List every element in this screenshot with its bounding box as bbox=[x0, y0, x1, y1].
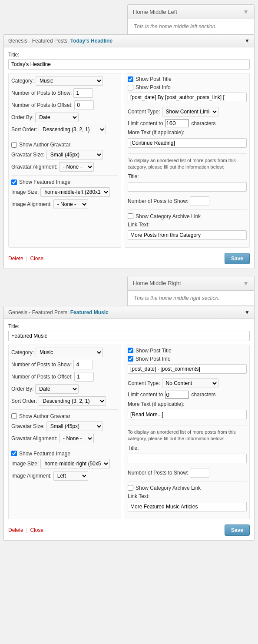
limit-input-right[interactable] bbox=[165, 391, 189, 399]
show-featured-label-left: Show Featured Image bbox=[19, 179, 70, 185]
unordered-num-posts-input-left[interactable] bbox=[190, 196, 209, 206]
image-size-row-right: Image Size: home-middle-right (50x50) bbox=[11, 459, 118, 468]
category-row-left: Category: Music bbox=[11, 76, 118, 86]
image-align-row-left: Image Alignment: - None - bbox=[11, 199, 118, 209]
chars-label-right: characters bbox=[191, 392, 215, 398]
show-cat-archive-check-left[interactable] bbox=[128, 213, 133, 219]
sort-order-row-left: Sort Order: Descending (3, 2, 1) bbox=[11, 125, 118, 134]
show-post-title-check-right[interactable] bbox=[128, 348, 133, 353]
sort-order-select-right[interactable]: Descending (3, 2, 1) bbox=[39, 396, 106, 406]
save-button-right[interactable]: Save bbox=[225, 524, 250, 536]
title-label-right: Title: bbox=[8, 323, 250, 329]
unordered-title-input-row-right bbox=[128, 454, 247, 465]
num-posts-input-right[interactable] bbox=[73, 360, 93, 369]
gravatar-align-select-right[interactable]: - None - bbox=[59, 434, 94, 443]
unordered-num-posts-label-right: Number of Posts to Show: bbox=[128, 470, 188, 476]
show-post-title-check-left[interactable] bbox=[128, 76, 133, 82]
content-type-select-left[interactable]: Show Content Limit bbox=[162, 107, 218, 116]
image-align-label-right: Image Alignment: bbox=[11, 473, 52, 479]
delete-link-right[interactable]: Delete bbox=[8, 527, 23, 533]
gravatar-align-row-right: Gravatar Alignment: - None - bbox=[11, 434, 118, 443]
unordered-title-input-row-left bbox=[128, 182, 247, 194]
show-post-title-label-left: Show Post Title bbox=[136, 76, 172, 82]
link-text-input-row-left bbox=[128, 230, 247, 242]
category-label-right: Category: bbox=[11, 349, 34, 355]
show-cat-archive-row-left: Show Category Archive Link bbox=[128, 213, 247, 219]
order-by-select-right[interactable]: Date bbox=[35, 384, 79, 394]
unordered-title-label-right: Title: bbox=[128, 445, 139, 451]
gravatar-size-select-left[interactable]: Small (45px) bbox=[46, 150, 103, 159]
left-col-right: Category: Music Number of Posts to Show:… bbox=[8, 345, 121, 519]
category-select-right[interactable]: Music bbox=[36, 348, 103, 357]
unordered-num-posts-input-right[interactable] bbox=[190, 468, 209, 478]
more-text-input-left[interactable] bbox=[128, 138, 247, 148]
show-post-info-check-left[interactable] bbox=[128, 85, 133, 90]
link-text-input-right[interactable] bbox=[128, 502, 247, 511]
image-align-select-right[interactable]: Left bbox=[53, 471, 88, 481]
widget-title-bold-right: Featured Music bbox=[70, 309, 109, 315]
divider-1-right bbox=[11, 409, 118, 410]
widget-arrow-right[interactable]: ▼ bbox=[245, 309, 250, 315]
close-link-left[interactable]: Close bbox=[30, 256, 44, 262]
content-type-label-left: Content Type: bbox=[128, 109, 160, 115]
post-info-input-right[interactable] bbox=[128, 364, 247, 374]
unordered-title-label-left: Title: bbox=[128, 173, 139, 179]
image-size-select-left[interactable]: home-middle-left (280x165) bbox=[40, 187, 110, 197]
content-type-select-right[interactable]: No Content bbox=[162, 378, 218, 388]
show-gravatar-check-right[interactable] bbox=[11, 413, 17, 419]
save-button-left[interactable]: Save bbox=[225, 253, 250, 264]
section-toggle-right[interactable]: ▼ bbox=[243, 280, 249, 287]
unordered-num-posts-row-right: Number of Posts to Show: bbox=[128, 468, 247, 478]
gravatar-size-label-right: Gravatar Size: bbox=[11, 423, 45, 429]
divider-1-left bbox=[11, 138, 118, 138]
title-input-right[interactable] bbox=[8, 331, 250, 341]
show-cat-archive-label-left: Show Category Archive Link bbox=[136, 213, 201, 219]
delete-link-left[interactable]: Delete bbox=[8, 256, 23, 262]
show-post-info-check-right[interactable] bbox=[128, 356, 133, 362]
sort-order-row-right: Sort Order: Descending (3, 2, 1) bbox=[11, 396, 118, 406]
title-row-left: Title: bbox=[8, 52, 250, 70]
order-by-select-left[interactable]: Date bbox=[35, 113, 79, 122]
right-col-right: Show Post Title Show Post Info Content T… bbox=[125, 345, 250, 519]
section-toggle-left[interactable]: ▼ bbox=[243, 8, 249, 15]
link-text-input-left[interactable] bbox=[128, 230, 247, 240]
num-posts-row-left: Number of Posts to Show: bbox=[11, 88, 118, 98]
widget-arrow-left[interactable]: ▼ bbox=[245, 38, 250, 44]
num-offset-input-right[interactable] bbox=[74, 372, 94, 382]
more-text-input-row-right bbox=[128, 410, 247, 422]
post-info-input-left[interactable] bbox=[128, 93, 247, 102]
show-gravatar-row-right: Show Author Gravatar bbox=[11, 413, 118, 419]
num-posts-input-left[interactable] bbox=[73, 88, 93, 98]
image-size-select-right[interactable]: home-middle-right (50x50) bbox=[40, 459, 110, 468]
sort-order-select-left[interactable]: Descending (3, 2, 1) bbox=[39, 125, 106, 134]
close-link-right[interactable]: Close bbox=[30, 527, 44, 533]
unordered-title-input-left[interactable] bbox=[128, 182, 247, 192]
divider-right-left bbox=[128, 153, 247, 154]
category-select-left[interactable]: Music bbox=[36, 76, 103, 86]
divider-2-left bbox=[11, 175, 118, 176]
image-align-select-left[interactable]: - None - bbox=[53, 199, 88, 209]
gravatar-size-select-right[interactable]: Small (45px) bbox=[46, 422, 103, 431]
show-gravatar-label-left: Show Author Gravatar bbox=[19, 142, 70, 148]
show-featured-check-right[interactable] bbox=[11, 451, 17, 456]
section-title-left: Home Middle Left bbox=[133, 9, 177, 15]
show-cat-archive-check-right[interactable] bbox=[128, 485, 133, 491]
divider-right-right bbox=[128, 425, 247, 425]
show-gravatar-label-right: Show Author Gravatar bbox=[19, 413, 70, 419]
num-offset-input-left[interactable] bbox=[74, 100, 94, 110]
image-size-label-left: Image Size: bbox=[11, 189, 39, 195]
title-input-left[interactable] bbox=[8, 59, 250, 70]
unordered-num-posts-row-left: Number of Posts to Show: bbox=[128, 196, 247, 206]
show-featured-check-left[interactable] bbox=[11, 179, 17, 185]
show-post-info-label-left: Show Post Info bbox=[136, 84, 171, 90]
link-text-label-right: Link Text: bbox=[128, 493, 149, 499]
more-text-input-right[interactable] bbox=[128, 410, 247, 419]
widget-title-normal-left: Genesis - Featured Posts: bbox=[8, 38, 70, 44]
limit-input-left[interactable] bbox=[165, 119, 189, 127]
more-text-label-row-left: More Text (if applicable): bbox=[128, 129, 247, 136]
unordered-title-input-right[interactable] bbox=[128, 454, 247, 463]
show-gravatar-check-left[interactable] bbox=[11, 142, 17, 148]
link-text-input-row-right bbox=[128, 502, 247, 514]
delete-close-left: Delete | Close bbox=[8, 256, 43, 262]
gravatar-align-select-left[interactable]: - None - bbox=[59, 162, 94, 172]
